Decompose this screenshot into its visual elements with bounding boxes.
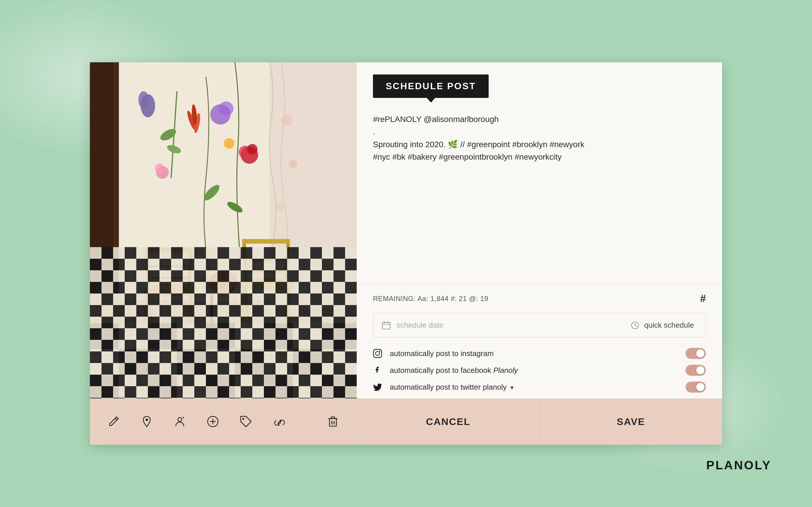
svg-point-56 (242, 278, 295, 290)
edit-button[interactable] (104, 412, 123, 431)
counter-bar: REMAINING: Aa: 1,844 #: 21 @: 19 # (357, 284, 722, 313)
svg-rect-71 (206, 349, 235, 375)
svg-point-93 (375, 351, 379, 355)
facebook-toggle-row: automatically post to facebook Planoly (373, 365, 706, 376)
svg-rect-36 (146, 294, 155, 346)
main-card: SCHEDULE POST #rePLANOLY @alisonmarlboro… (90, 62, 722, 445)
svg-point-16 (247, 144, 257, 155)
svg-rect-40 (145, 247, 151, 289)
svg-rect-82 (264, 375, 293, 398)
svg-rect-64 (264, 323, 293, 349)
caption-line4: #nyc #bk #bakery #greenpointbrooklyn #ne… (373, 151, 706, 163)
caption-text: #rePLANOLY @alisonmarlborough . Sproutin… (373, 113, 706, 163)
svg-rect-79 (177, 375, 206, 398)
svg-rect-48 (282, 288, 291, 352)
bottom-toolbar: CANCEL SAVE (90, 398, 722, 445)
svg-rect-61 (177, 323, 206, 349)
cancel-button[interactable]: CANCEL (357, 398, 540, 445)
svg-rect-58 (90, 323, 119, 349)
image-panel (90, 62, 357, 398)
svg-line-95 (115, 418, 117, 420)
svg-rect-92 (373, 349, 382, 357)
cafe-photo (90, 62, 357, 398)
save-button[interactable]: SAVE (540, 398, 722, 445)
svg-rect-72 (235, 349, 264, 375)
svg-point-103 (243, 418, 244, 420)
hashtag-icon: # (700, 293, 706, 305)
facebook-left: automatically post to facebook Planoly (373, 365, 518, 375)
facebook-label: automatically post to facebook Planoly (390, 366, 518, 375)
svg-rect-68 (119, 349, 148, 375)
schedule-date-field[interactable]: schedule date (373, 313, 619, 338)
svg-rect-65 (293, 323, 322, 349)
instagram-left: automatically post to instagram (373, 349, 494, 358)
svg-rect-53 (242, 239, 290, 244)
facebook-icon (373, 365, 384, 375)
twitter-icon (373, 382, 384, 392)
svg-rect-34 (202, 287, 210, 289)
remaining-counter: REMAINING: Aa: 1,844 #: 21 @: 19 (373, 295, 488, 303)
svg-rect-32 (223, 272, 224, 278)
svg-rect-81 (235, 375, 264, 398)
price-tag-button[interactable] (237, 412, 255, 431)
svg-rect-84 (322, 375, 357, 398)
svg-rect-47 (244, 288, 253, 352)
card-body: SCHEDULE POST #rePLANOLY @alisonmarlboro… (90, 62, 722, 398)
svg-rect-73 (264, 349, 293, 375)
schedule-row: schedule date quick schedule (357, 313, 722, 343)
svg-rect-43 (146, 265, 192, 267)
svg-rect-54 (243, 259, 289, 261)
svg-point-18 (155, 163, 164, 173)
svg-rect-85 (383, 323, 390, 329)
tag-user-button[interactable] (170, 412, 189, 431)
svg-rect-42 (145, 248, 193, 252)
svg-point-96 (146, 418, 148, 421)
link-button[interactable] (270, 412, 288, 431)
svg-rect-37 (185, 294, 193, 346)
svg-point-97 (178, 417, 182, 421)
svg-point-94 (379, 351, 380, 352)
social-toggles: automatically post to instagram automat (357, 343, 722, 398)
svg-rect-76 (90, 375, 119, 398)
svg-rect-55 (243, 270, 289, 273)
svg-point-13 (219, 101, 234, 116)
quick-schedule-button[interactable]: quick schedule (619, 313, 706, 338)
svg-rect-63 (235, 323, 264, 349)
location-button[interactable] (138, 412, 156, 431)
quick-schedule-label: quick schedule (644, 321, 694, 330)
svg-rect-66 (322, 323, 357, 349)
instagram-icon (373, 349, 384, 358)
svg-rect-38 (143, 294, 149, 338)
add-media-button[interactable] (204, 412, 222, 431)
svg-rect-75 (322, 349, 357, 375)
svg-rect-33 (203, 274, 209, 288)
svg-point-24 (289, 159, 297, 168)
instagram-label: automatically post to instagram (390, 349, 494, 358)
svg-point-25 (276, 202, 287, 212)
clock-icon (631, 321, 640, 330)
toolbar-right: CANCEL SAVE (357, 398, 722, 445)
content-panel: SCHEDULE POST #rePLANOLY @alisonmarlboro… (357, 62, 722, 398)
svg-rect-78 (148, 375, 177, 398)
svg-rect-41 (187, 248, 193, 290)
svg-rect-35 (144, 288, 196, 294)
svg-rect-39 (189, 294, 194, 337)
instagram-toggle-row: automatically post to instagram (373, 348, 706, 359)
instagram-toggle[interactable] (686, 348, 706, 359)
twitter-toggle[interactable] (686, 382, 706, 393)
schedule-date-placeholder: schedule date (396, 321, 443, 330)
svg-rect-22 (270, 62, 357, 308)
schedule-post-button[interactable]: SCHEDULE POST (373, 74, 489, 98)
svg-rect-50 (286, 288, 293, 343)
svg-point-45 (144, 283, 198, 296)
svg-point-26 (171, 274, 252, 303)
schedule-header: SCHEDULE POST (357, 62, 722, 98)
svg-point-19 (224, 138, 234, 149)
twitter-label: automatically post to twitter planoly ▾ (390, 383, 514, 392)
svg-rect-49 (239, 288, 246, 343)
facebook-toggle[interactable] (686, 365, 706, 376)
svg-rect-59 (119, 323, 148, 349)
svg-rect-46 (241, 282, 293, 288)
svg-rect-28 (210, 294, 213, 352)
delete-button[interactable] (324, 412, 342, 431)
